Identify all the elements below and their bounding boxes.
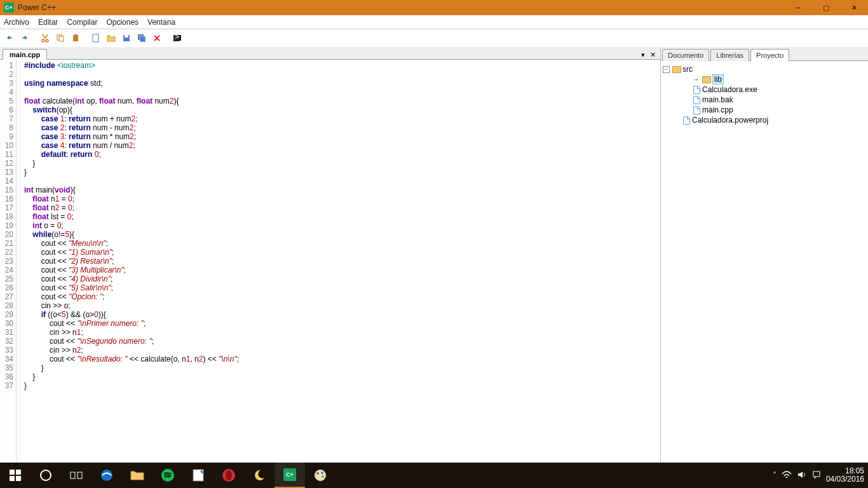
spotify-icon[interactable]: [153, 463, 183, 488]
svg-point-25: [315, 470, 326, 481]
wifi-icon[interactable]: [782, 470, 792, 481]
maximize-button[interactable]: ▢: [812, 0, 840, 15]
copy-button[interactable]: [53, 31, 67, 45]
app-icon: C+: [4, 3, 14, 13]
cut-button[interactable]: [38, 31, 52, 45]
undo-button[interactable]: [3, 31, 17, 45]
svg-rect-8: [125, 35, 128, 37]
tree-item[interactable]: Calculadora.powerproj: [663, 115, 866, 125]
svg-rect-14: [16, 470, 21, 475]
svg-point-1: [46, 39, 48, 42]
svg-point-26: [316, 472, 319, 475]
clock[interactable]: 18:05 04/03/2016: [826, 467, 864, 484]
svg-rect-16: [16, 476, 21, 481]
svg-rect-3: [59, 36, 64, 41]
taskbar: C+ ˄ 18:05 04/03/2016: [0, 463, 868, 488]
svg-point-27: [321, 471, 323, 474]
notifications-icon[interactable]: [812, 470, 821, 481]
paint-icon[interactable]: [305, 463, 336, 488]
menu-compilar[interactable]: Compilar: [67, 18, 97, 27]
new-file-button[interactable]: [89, 31, 103, 45]
volume-icon[interactable]: [797, 470, 807, 481]
tree-item[interactable]: Calculadora.exe: [663, 85, 866, 95]
cortana-button[interactable]: [31, 463, 61, 488]
side-tab-documento[interactable]: Documento: [662, 49, 709, 61]
open-file-button[interactable]: [104, 31, 118, 45]
titlebar: C+ Power C++ ─ ▢ ✕: [0, 0, 868, 15]
minimize-button[interactable]: ─: [784, 0, 812, 15]
window-title: Power C++: [18, 3, 784, 12]
svg-rect-5: [74, 34, 77, 36]
code-editor[interactable]: 1234567891011121314151617181920212223242…: [0, 60, 660, 463]
delete-button[interactable]: [150, 31, 164, 45]
svg-rect-15: [10, 476, 15, 481]
start-button[interactable]: [0, 463, 31, 488]
menubar: Archivo Editar Compilar Opciones Ventana: [0, 15, 868, 29]
clock-date: 04/03/2016: [826, 475, 864, 484]
svg-rect-6: [93, 34, 98, 42]
menu-editar[interactable]: Editar: [38, 18, 58, 27]
tab-main-cpp[interactable]: main.cpp: [3, 49, 47, 60]
svg-rect-18: [71, 472, 75, 478]
notepad-icon[interactable]: [183, 463, 214, 488]
folder-icon: [672, 66, 681, 73]
side-tab-proyecto[interactable]: Proyecto: [750, 49, 789, 61]
svg-rect-29: [813, 471, 820, 477]
paste-button[interactable]: [69, 31, 83, 45]
toolbar: >_: [0, 29, 868, 47]
explorer-icon[interactable]: [122, 463, 153, 488]
tree-root-label: src: [682, 65, 693, 74]
save-all-button[interactable]: [135, 31, 149, 45]
edge-icon[interactable]: [92, 463, 122, 488]
redo-button[interactable]: [18, 31, 32, 45]
svg-point-24: [226, 470, 232, 480]
tab-close-icon[interactable]: ✕: [648, 51, 658, 59]
svg-point-17: [41, 470, 51, 480]
editor-tabs: main.cpp ▾ ✕: [0, 47, 660, 60]
tree-item[interactable]: →lib: [663, 74, 866, 85]
powercpp-taskbar-icon[interactable]: C+: [275, 463, 305, 488]
menu-opciones[interactable]: Opciones: [106, 18, 139, 27]
close-button[interactable]: ✕: [840, 0, 868, 15]
tab-dropdown-icon[interactable]: ▾: [639, 51, 647, 59]
svg-rect-13: [10, 470, 15, 475]
menu-archivo[interactable]: Archivo: [4, 18, 29, 27]
terminal-button[interactable]: >_: [170, 31, 184, 45]
svg-rect-19: [78, 472, 82, 478]
save-button[interactable]: [119, 31, 133, 45]
svg-point-0: [42, 39, 44, 42]
moon-icon[interactable]: [244, 463, 275, 488]
svg-point-28: [322, 475, 324, 478]
svg-rect-10: [140, 36, 146, 42]
editor-pane: main.cpp ▾ ✕ 123456789101112131415161718…: [0, 47, 661, 463]
tray-chevron-icon[interactable]: ˄: [773, 471, 776, 480]
tree-item[interactable]: main.cpp: [663, 105, 866, 115]
side-panel: Documento Librerías Proyecto − src →libC…: [661, 47, 868, 463]
opera-icon[interactable]: [214, 463, 244, 488]
menu-ventana[interactable]: Ventana: [147, 18, 175, 27]
side-tab-librerias[interactable]: Librerías: [710, 49, 749, 61]
system-tray[interactable]: ˄ 18:05 04/03/2016: [773, 467, 868, 484]
collapse-icon[interactable]: −: [663, 66, 670, 73]
project-tree[interactable]: − src →libCalculadora.exemain.bakmain.cp…: [661, 61, 868, 463]
tree-root[interactable]: − src: [663, 64, 866, 74]
svg-text:>_: >_: [175, 33, 182, 41]
tree-item[interactable]: main.bak: [663, 95, 866, 105]
taskview-button[interactable]: [61, 463, 92, 488]
